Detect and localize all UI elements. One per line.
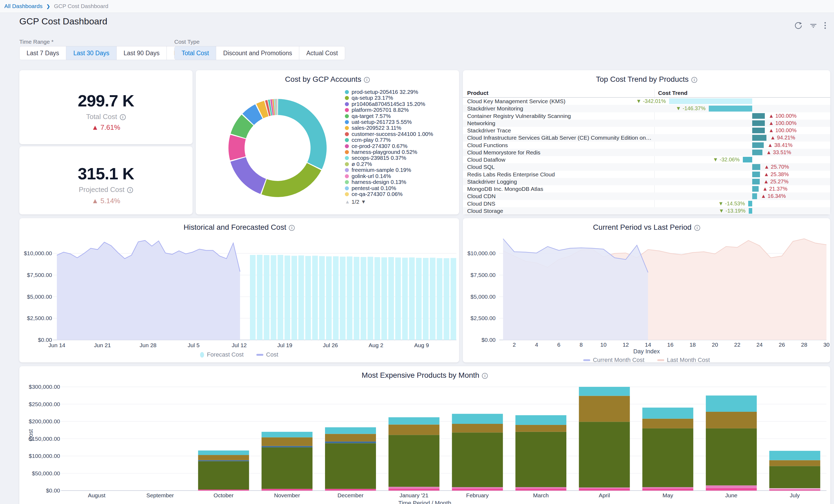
legend-cost[interactable]: Cost bbox=[256, 351, 278, 358]
column-header-product[interactable]: Product bbox=[467, 89, 488, 97]
legend-swatch bbox=[345, 108, 349, 112]
legend-item[interactable]: uat-setup-261723 5.55% bbox=[345, 119, 455, 125]
page-up-icon[interactable]: ▲ bbox=[345, 199, 350, 205]
trend-value: ▲ 100.00% bbox=[769, 119, 796, 127]
cost-type-option-actual-cost[interactable]: Actual Cost bbox=[299, 46, 345, 60]
table-row[interactable]: Networking▲ 100.00% bbox=[463, 119, 830, 127]
refresh-icon[interactable] bbox=[794, 21, 803, 30]
legend-item[interactable]: freemium-sample 0.19% bbox=[345, 167, 455, 173]
donut-chart[interactable] bbox=[225, 97, 330, 202]
table-row[interactable]: Cloud Storage▼ -13.19% bbox=[463, 207, 830, 215]
column-header-cost-trend[interactable]: Cost Trend bbox=[658, 89, 687, 97]
trend-value: ▲ 38.41% bbox=[768, 141, 792, 149]
breadcrumb-all-dashboards-link[interactable]: All Dashboards bbox=[4, 3, 42, 9]
legend-item[interactable]: ø 0.27% bbox=[345, 161, 455, 167]
legend-item[interactable]: pentest-uat 0.10% bbox=[345, 185, 455, 191]
legend-swatch bbox=[345, 96, 349, 100]
monthly-products-card: Most Expensive Products by Month $300,00… bbox=[19, 366, 830, 504]
legend-item[interactable]: golink-url 0.14% bbox=[345, 173, 455, 179]
projected-cost-delta: ▲ 5.14% bbox=[19, 197, 193, 205]
legend-item[interactable]: sales-209522 3.11% bbox=[345, 125, 455, 131]
legend-item[interactable]: harness-design 0.13% bbox=[345, 179, 455, 185]
legend-item[interactable]: customer-success-244100 1.00% bbox=[345, 131, 455, 137]
period-compare-card: Current Period vs Last Period $10,000.00… bbox=[463, 218, 830, 363]
y-tick-label: $50,000.00 bbox=[19, 470, 60, 477]
legend-item[interactable]: ce-qa-274307 0.06% bbox=[345, 191, 455, 197]
trend-bar bbox=[752, 164, 760, 170]
table-row[interactable]: Container Registry Vulnerability Scannin… bbox=[463, 112, 830, 119]
cost-trend-cell: ▲ 33.51% bbox=[654, 149, 830, 156]
legend-item[interactable]: secops-239815 0.37% bbox=[345, 155, 455, 161]
table-row[interactable]: Stackdriver Monitoring▼ -146.37% bbox=[463, 105, 830, 112]
legend-item[interactable]: platform-205701 8.82% bbox=[345, 107, 455, 113]
legend-item[interactable]: prod-setup-205416 32.29% bbox=[345, 89, 455, 95]
table-row[interactable]: Cloud CDN▲ 16.34% bbox=[463, 193, 830, 200]
legend-item[interactable]: harness-playground 0.52% bbox=[345, 149, 455, 155]
monthly-products-chart[interactable] bbox=[19, 366, 830, 504]
historical-forecast-chart[interactable] bbox=[19, 218, 459, 344]
cost-type-option-discount-and-promotions[interactable]: Discount and Promotions bbox=[216, 46, 299, 60]
x-tick-label: June bbox=[712, 492, 750, 499]
table-row[interactable]: Cloud DNS▼ -14.53% bbox=[463, 200, 830, 207]
table-row[interactable]: Stackdriver Trace▲ 100.00% bbox=[463, 127, 830, 134]
x-tick-label: November bbox=[268, 492, 306, 499]
x-tick-label: October bbox=[205, 492, 242, 499]
time-range-option-last-90-days[interactable]: Last 90 Days bbox=[116, 46, 167, 60]
table-row[interactable]: Cloud Dataflow▼ -32.06% bbox=[463, 156, 830, 163]
legend-swatch bbox=[345, 186, 349, 190]
x-tick-label: Jun 14 bbox=[38, 342, 75, 349]
period-compare-chart[interactable] bbox=[463, 218, 830, 344]
page-down-icon[interactable]: ▼ bbox=[361, 199, 366, 205]
trend-value: ▼ -14.53% bbox=[718, 200, 745, 207]
table-row[interactable]: Stackdriver Logging▲ 25.27% bbox=[463, 178, 830, 185]
table-row[interactable]: MongoDB Inc. MongoDB Atlas▲ 21.37% bbox=[463, 185, 830, 193]
trend-bar bbox=[752, 172, 760, 177]
table-row[interactable]: Cloud SQL▲ 25.70% bbox=[463, 163, 830, 171]
info-icon[interactable] bbox=[692, 77, 697, 83]
time-range-option-last-7-days[interactable]: Last 7 Days bbox=[20, 46, 66, 60]
legend-item[interactable]: pr10406a87045145c3 15.20% bbox=[345, 101, 455, 107]
info-icon[interactable] bbox=[127, 187, 133, 193]
filter-icon[interactable] bbox=[809, 21, 818, 30]
x-tick-label: February bbox=[459, 492, 496, 499]
table-row[interactable]: Cloud Functions▲ 38.41% bbox=[463, 141, 830, 149]
legend-last-month[interactable]: Last Month Cost bbox=[657, 356, 710, 364]
product-cell: Stackdriver Monitoring bbox=[467, 105, 653, 112]
time-range-option-last-30-days[interactable]: Last 30 Days bbox=[66, 46, 116, 60]
last-month-swatch bbox=[657, 359, 664, 361]
cost-type-option-total-cost[interactable]: Total Cost bbox=[175, 46, 216, 60]
legend-current-month[interactable]: Current Month Cost bbox=[583, 356, 644, 364]
kebab-menu-icon[interactable] bbox=[820, 21, 830, 30]
trend-bar bbox=[752, 150, 762, 155]
legend-item[interactable]: ce-prod-274307 0.67% bbox=[345, 143, 455, 149]
legend-swatch bbox=[345, 192, 349, 196]
table-row[interactable]: Cloud Key Management Service (KMS)▼ -342… bbox=[463, 97, 830, 105]
x-tick-label: December bbox=[332, 492, 369, 499]
cost-trend-cell: ▲ 21.37% bbox=[654, 185, 830, 193]
y-tick-label: $7,500.00 bbox=[463, 272, 496, 278]
top-bar: All Dashboards ❯ GCP Cost Dashboard bbox=[0, 0, 834, 13]
cost-trend-cell: ▲ 25.70% bbox=[654, 163, 830, 171]
legend-label: harness-design 0.13% bbox=[352, 179, 406, 185]
period-x-axis-title: Day Index bbox=[463, 348, 830, 355]
y-tick-label: $2,500.00 bbox=[463, 315, 496, 322]
table-row[interactable]: Cloud Infrastructure Services GitLab Ser… bbox=[463, 134, 830, 141]
trend-value: ▲ 25.38% bbox=[764, 171, 789, 178]
total-cost-label: Total Cost bbox=[19, 113, 193, 121]
legend-item[interactable]: qa-setup 23.17% bbox=[345, 95, 455, 101]
info-icon[interactable] bbox=[120, 114, 126, 120]
trend-bar bbox=[752, 193, 757, 199]
legend-item[interactable]: qa-target 7.57% bbox=[345, 113, 455, 119]
table-row[interactable]: Cloud Memorystore for Redis▲ 33.51% bbox=[463, 149, 830, 156]
total-cost-delta: ▲ 7.61% bbox=[19, 123, 193, 132]
legend-item[interactable]: ccm-play 0.77% bbox=[345, 137, 455, 143]
legend-label: qa-setup 23.17% bbox=[352, 95, 393, 101]
table-row[interactable]: Redis Labs Redis Enterprise Cloud▲ 25.38… bbox=[463, 171, 830, 178]
product-cell: MongoDB Inc. MongoDB Atlas bbox=[467, 185, 653, 193]
y-tick-label: $10,000.00 bbox=[19, 250, 52, 257]
total-cost-value: 299.7 K bbox=[19, 91, 193, 110]
legend-forecast-cost[interactable]: Forecast Cost bbox=[200, 351, 243, 358]
info-icon[interactable] bbox=[364, 77, 370, 83]
monthly-x-axis-title: Time Period / Month bbox=[19, 500, 830, 504]
product-cell: Cloud CDN bbox=[467, 193, 653, 200]
